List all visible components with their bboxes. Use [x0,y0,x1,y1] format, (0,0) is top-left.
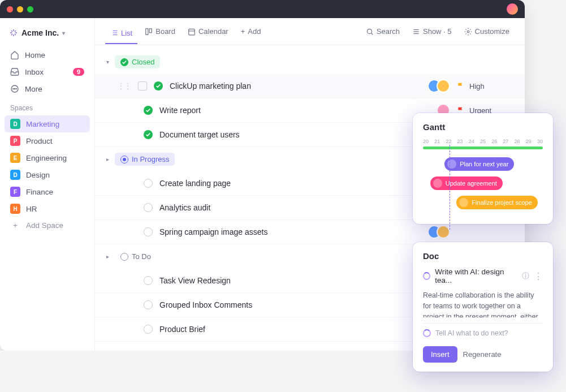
show-button[interactable]: Show · 5 [407,24,457,39]
gantt-bar[interactable]: Finalize project scope [456,196,537,209]
inbox-icon [10,67,19,76]
gantt-title: Gantt [423,122,543,132]
status-open-icon[interactable] [144,203,153,212]
board-icon [145,28,153,36]
nav-inbox[interactable]: Inbox 9 [5,63,90,80]
gantt-bar[interactable]: Plan for next year [444,157,514,171]
doc-ai-input[interactable]: Tell AI what to do next? [423,323,543,341]
status-open-icon[interactable] [144,325,153,334]
add-view-button[interactable]: +Add [236,24,266,39]
workspace-switcher[interactable]: Acme Inc. ▾ [5,25,90,41]
gantt-bar-label: Update agreement [446,180,497,187]
drag-handle-icon[interactable]: ⋮⋮ [118,82,131,90]
view-calendar-tab[interactable]: Calendar [183,24,234,39]
sidebar-space-item[interactable]: DDesign [5,166,90,183]
chevron-down-icon: ▾ [62,30,65,36]
customize-button[interactable]: Customize [459,24,515,39]
task-name: Analytics audit [159,203,421,212]
priority-cell[interactable]: High [457,82,513,91]
search-icon [366,28,374,36]
svg-rect-11 [149,28,152,32]
status-todo-icon [120,253,128,261]
inbox-badge: 9 [73,68,84,76]
window-controls [7,6,33,12]
gantt-popup: Gantt 2021222324252627282930 Plan for ne… [413,113,553,224]
task-name: Grouped Inbox Comments [159,300,421,309]
minimize-window-icon[interactable] [17,6,23,12]
add-space-button[interactable]: + Add Space [5,217,90,234]
gantt-bar[interactable]: Update agreement [430,176,503,190]
ai-icon [423,272,430,280]
list-icon [110,29,118,37]
sidebar-space-item[interactable]: DMarketing [5,115,90,132]
caret-icon[interactable]: ▾ [106,59,109,65]
caret-icon[interactable]: ▸ [106,253,109,260]
calendar-icon [188,28,196,36]
status-done-icon[interactable] [144,130,153,139]
gantt-axis: 2021222324252627282930 [423,139,543,144]
task-name: Document target users [159,130,421,139]
sliders-icon [412,28,420,36]
svg-point-19 [467,31,469,33]
space-icon: D [10,170,20,180]
assignee-avatar[interactable] [437,79,450,93]
checkbox[interactable] [138,81,147,91]
status-open-icon[interactable] [144,276,153,285]
maximize-window-icon[interactable] [27,6,33,12]
assignee-avatar[interactable] [437,225,450,239]
task-name: ClickUp marketing plan [170,81,421,91]
status-open-icon[interactable] [144,300,153,309]
assignees [427,79,450,93]
doc-popup: Doc Write with AI: design tea... ⓘ ⋮ Rea… [413,242,553,351]
doc-title: Doc [423,251,543,261]
status-done-icon[interactable] [154,81,163,91]
gear-icon [464,28,472,36]
status-pill: Closed [115,55,160,68]
search-button[interactable]: Search [361,24,405,39]
space-icon: H [10,204,20,214]
nav-home[interactable]: Home [5,46,90,63]
add-space-label: Add Space [26,221,63,230]
home-icon [10,50,19,59]
assignee-avatar [433,179,442,188]
space-label: Design [26,171,50,179]
regenerate-button[interactable]: Regenerate [463,350,502,351]
spaces-heading: Spaces [5,97,90,115]
svg-point-2 [14,88,15,89]
space-icon: P [10,136,20,146]
kebab-icon[interactable]: ⋮ [534,271,543,282]
info-icon[interactable]: ⓘ [522,271,529,281]
sidebar-space-item[interactable]: EEngineering [5,149,90,166]
doc-input-placeholder: Tell AI what to do next? [435,329,508,337]
more-icon [10,84,19,93]
task-name: Task View Redesign [159,276,430,285]
status-closed-icon [120,58,128,66]
view-list-tab[interactable]: List [105,25,137,44]
nav-more[interactable]: More [5,80,90,97]
user-avatar[interactable] [507,3,518,15]
status-pill: In Progress [115,153,175,166]
sidebar-space-item[interactable]: FFinance [5,183,90,200]
status-open-icon[interactable] [144,179,153,188]
task-row[interactable]: ⋮⋮ClickUp marketing planHigh [95,74,525,98]
assignee-avatar [459,198,468,207]
doc-body-text: Real-time collaboration is the ability f… [423,290,543,317]
flag-icon [457,82,465,90]
caret-icon[interactable]: ▸ [106,156,109,162]
nav-inbox-label: Inbox [25,68,44,76]
close-window-icon[interactable] [7,6,13,12]
assignee-avatar [447,160,456,169]
task-name: Product Brief [159,325,430,334]
sidebar-space-item[interactable]: HHR [5,200,90,217]
space-label: Marketing [26,120,59,128]
space-icon: D [10,119,20,129]
sidebar-space-item[interactable]: PProduct [5,132,90,149]
titlebar [0,0,525,18]
insert-button[interactable]: Insert [423,346,457,351]
view-board-tab[interactable]: Board [140,24,180,39]
space-icon: F [10,187,20,197]
space-label: Engineering [26,154,67,162]
group-header[interactable]: ▾Closed [95,50,525,74]
status-open-icon[interactable] [144,227,153,236]
status-done-icon[interactable] [144,106,153,115]
